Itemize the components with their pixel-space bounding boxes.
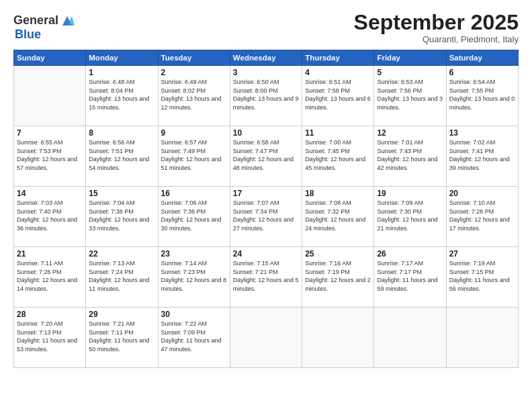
day-cell: 17Sunrise: 7:07 AM Sunset: 7:34 PM Dayli… bbox=[230, 187, 302, 247]
cell-info: Sunrise: 6:53 AM Sunset: 7:56 PM Dayligh… bbox=[377, 78, 443, 111]
cell-info: Sunrise: 7:22 AM Sunset: 7:09 PM Dayligh… bbox=[161, 320, 227, 353]
title-block: September 2025 Quaranti, Piedmont, Italy bbox=[354, 11, 519, 44]
day-number: 23 bbox=[161, 249, 227, 259]
cell-info: Sunrise: 6:56 AM Sunset: 7:51 PM Dayligh… bbox=[89, 138, 154, 172]
cell-info: Sunrise: 7:13 AM Sunset: 7:24 PM Dayligh… bbox=[89, 259, 154, 293]
cell-info: Sunrise: 6:58 AM Sunset: 7:47 PM Dayligh… bbox=[233, 138, 299, 172]
day-number: 3 bbox=[233, 68, 299, 77]
day-number: 4 bbox=[305, 68, 371, 77]
day-cell bbox=[374, 308, 446, 368]
day-cell: 6Sunrise: 6:54 AM Sunset: 7:55 PM Daylig… bbox=[446, 66, 518, 126]
day-cell bbox=[14, 66, 86, 126]
day-cell: 3Sunrise: 6:50 AM Sunset: 8:00 PM Daylig… bbox=[230, 66, 302, 126]
day-cell: 16Sunrise: 7:06 AM Sunset: 7:36 PM Dayli… bbox=[158, 187, 230, 247]
day-number: 16 bbox=[161, 189, 227, 198]
day-cell: 19Sunrise: 7:09 AM Sunset: 7:30 PM Dayli… bbox=[374, 187, 446, 247]
day-number: 1 bbox=[89, 68, 154, 77]
cell-info: Sunrise: 7:07 AM Sunset: 7:34 PM Dayligh… bbox=[233, 199, 299, 232]
day-number: 5 bbox=[377, 68, 443, 77]
day-number: 19 bbox=[377, 189, 443, 198]
day-number: 14 bbox=[17, 189, 83, 198]
day-number: 9 bbox=[161, 128, 227, 138]
col-tuesday: Tuesday bbox=[158, 50, 230, 66]
subtitle: Quaranti, Piedmont, Italy bbox=[354, 34, 519, 44]
cell-info: Sunrise: 6:54 AM Sunset: 7:55 PM Dayligh… bbox=[449, 78, 515, 111]
day-number: 13 bbox=[449, 128, 515, 138]
cell-info: Sunrise: 7:02 AM Sunset: 7:41 PM Dayligh… bbox=[449, 138, 515, 172]
header: General Blue September 2025 Quaranti, Pi… bbox=[13, 11, 519, 44]
week-row-1: 7Sunrise: 6:55 AM Sunset: 7:53 PM Daylig… bbox=[14, 126, 519, 187]
cell-info: Sunrise: 7:09 AM Sunset: 7:30 PM Dayligh… bbox=[377, 199, 443, 232]
day-cell: 8Sunrise: 6:56 AM Sunset: 7:51 PM Daylig… bbox=[86, 126, 158, 187]
day-cell: 18Sunrise: 7:08 AM Sunset: 7:32 PM Dayli… bbox=[302, 187, 374, 247]
col-wednesday: Wednesday bbox=[230, 50, 302, 66]
day-number: 15 bbox=[89, 189, 154, 198]
cell-info: Sunrise: 7:11 AM Sunset: 7:26 PM Dayligh… bbox=[17, 259, 83, 293]
day-number: 20 bbox=[449, 189, 515, 198]
day-cell: 13Sunrise: 7:02 AM Sunset: 7:41 PM Dayli… bbox=[446, 126, 518, 187]
day-number: 18 bbox=[305, 189, 371, 198]
day-number: 8 bbox=[89, 128, 154, 138]
day-cell bbox=[230, 308, 302, 368]
cell-info: Sunrise: 6:51 AM Sunset: 7:58 PM Dayligh… bbox=[305, 78, 371, 111]
day-number: 24 bbox=[233, 249, 299, 259]
week-row-2: 14Sunrise: 7:03 AM Sunset: 7:40 PM Dayli… bbox=[14, 187, 519, 247]
week-row-0: 1Sunrise: 6:48 AM Sunset: 8:04 PM Daylig… bbox=[14, 66, 519, 126]
day-number: 7 bbox=[17, 128, 83, 138]
cell-info: Sunrise: 7:04 AM Sunset: 7:38 PM Dayligh… bbox=[89, 199, 154, 232]
day-number: 12 bbox=[377, 128, 443, 138]
cell-info: Sunrise: 6:49 AM Sunset: 8:02 PM Dayligh… bbox=[161, 78, 227, 111]
col-saturday: Saturday bbox=[446, 50, 518, 66]
day-cell bbox=[446, 308, 518, 368]
day-cell: 7Sunrise: 6:55 AM Sunset: 7:53 PM Daylig… bbox=[14, 126, 86, 187]
logo: General Blue bbox=[13, 13, 75, 42]
day-cell: 14Sunrise: 7:03 AM Sunset: 7:40 PM Dayli… bbox=[14, 187, 86, 247]
day-number: 27 bbox=[449, 249, 515, 259]
day-cell: 21Sunrise: 7:11 AM Sunset: 7:26 PM Dayli… bbox=[14, 247, 86, 308]
day-number: 6 bbox=[449, 68, 515, 77]
cell-info: Sunrise: 7:20 AM Sunset: 7:13 PM Dayligh… bbox=[17, 320, 83, 353]
day-cell: 11Sunrise: 7:00 AM Sunset: 7:45 PM Dayli… bbox=[302, 126, 374, 187]
day-number: 30 bbox=[161, 310, 227, 319]
day-cell: 15Sunrise: 7:04 AM Sunset: 7:38 PM Dayli… bbox=[86, 187, 158, 247]
day-cell: 10Sunrise: 6:58 AM Sunset: 7:47 PM Dayli… bbox=[230, 126, 302, 187]
cell-info: Sunrise: 7:01 AM Sunset: 7:43 PM Dayligh… bbox=[377, 138, 443, 172]
day-cell: 28Sunrise: 7:20 AM Sunset: 7:13 PM Dayli… bbox=[14, 308, 86, 368]
col-monday: Monday bbox=[86, 50, 158, 66]
day-cell: 27Sunrise: 7:19 AM Sunset: 7:15 PM Dayli… bbox=[446, 247, 518, 308]
calendar: Sunday Monday Tuesday Wednesday Thursday… bbox=[13, 50, 519, 368]
cell-info: Sunrise: 6:50 AM Sunset: 8:00 PM Dayligh… bbox=[233, 78, 299, 111]
page: General Blue September 2025 Quaranti, Pi… bbox=[0, 0, 532, 411]
month-title: September 2025 bbox=[354, 11, 519, 34]
day-cell: 5Sunrise: 6:53 AM Sunset: 7:56 PM Daylig… bbox=[374, 66, 446, 126]
week-row-3: 21Sunrise: 7:11 AM Sunset: 7:26 PM Dayli… bbox=[14, 247, 519, 308]
day-number: 11 bbox=[305, 128, 371, 138]
cell-info: Sunrise: 7:14 AM Sunset: 7:23 PM Dayligh… bbox=[161, 259, 227, 293]
cell-info: Sunrise: 6:57 AM Sunset: 7:49 PM Dayligh… bbox=[161, 138, 227, 172]
cell-info: Sunrise: 7:03 AM Sunset: 7:40 PM Dayligh… bbox=[17, 199, 83, 232]
day-number: 21 bbox=[17, 249, 83, 259]
day-cell: 20Sunrise: 7:10 AM Sunset: 7:28 PM Dayli… bbox=[446, 187, 518, 247]
day-cell: 2Sunrise: 6:49 AM Sunset: 8:02 PM Daylig… bbox=[158, 66, 230, 126]
day-number: 22 bbox=[89, 249, 154, 259]
cell-info: Sunrise: 7:16 AM Sunset: 7:19 PM Dayligh… bbox=[305, 259, 371, 293]
day-cell: 30Sunrise: 7:22 AM Sunset: 7:09 PM Dayli… bbox=[158, 308, 230, 368]
col-friday: Friday bbox=[374, 50, 446, 66]
cell-info: Sunrise: 7:08 AM Sunset: 7:32 PM Dayligh… bbox=[305, 199, 371, 232]
cell-info: Sunrise: 7:17 AM Sunset: 7:17 PM Dayligh… bbox=[377, 259, 443, 293]
day-cell: 23Sunrise: 7:14 AM Sunset: 7:23 PM Dayli… bbox=[158, 247, 230, 308]
cell-info: Sunrise: 7:21 AM Sunset: 7:11 PM Dayligh… bbox=[89, 320, 154, 353]
day-cell: 29Sunrise: 7:21 AM Sunset: 7:11 PM Dayli… bbox=[86, 308, 158, 368]
day-cell: 22Sunrise: 7:13 AM Sunset: 7:24 PM Dayli… bbox=[86, 247, 158, 308]
day-number: 10 bbox=[233, 128, 299, 138]
day-number: 25 bbox=[305, 249, 371, 259]
logo-blue: Blue bbox=[15, 28, 41, 41]
day-cell: 26Sunrise: 7:17 AM Sunset: 7:17 PM Dayli… bbox=[374, 247, 446, 308]
cell-info: Sunrise: 6:55 AM Sunset: 7:53 PM Dayligh… bbox=[17, 138, 83, 172]
day-cell bbox=[302, 308, 374, 368]
day-number: 2 bbox=[161, 68, 227, 77]
day-cell: 9Sunrise: 6:57 AM Sunset: 7:49 PM Daylig… bbox=[158, 126, 230, 187]
cell-info: Sunrise: 7:10 AM Sunset: 7:28 PM Dayligh… bbox=[449, 199, 515, 232]
day-number: 17 bbox=[233, 189, 299, 198]
day-number: 26 bbox=[377, 249, 443, 259]
